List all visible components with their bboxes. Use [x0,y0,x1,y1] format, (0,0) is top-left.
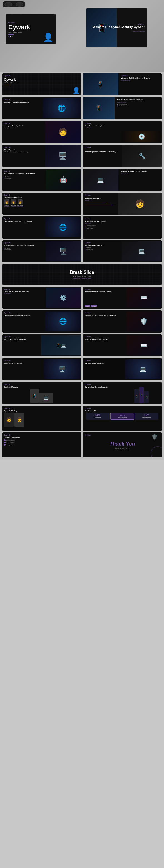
contact-phone: +1 234 567 890 [4,442,80,443]
slide-8-image: 🔧 [122,145,162,167]
avatar-2: 👩 [11,199,16,205]
plan-standard-price: $699 [112,414,133,417]
row-6: Cywark Professional Our Team 🧑 John Doe … [2,192,162,215]
slide-12-title: Geranda Schmidt [84,197,116,199]
thank-you-content: Thank You Cyber Security Cywark [83,432,162,458]
team-member-3: 🧑 Bob Wilson Network Admin [17,199,23,207]
slide-card-29: Cywark Contact Information info@cywark.c… [2,432,81,458]
slide-card-22: Cywark Secure Your Important Data 📱 💻 [2,334,81,356]
slide-6-subtitle: Your Title Here [84,127,160,128]
slide-card-6: Cywark Data Defense Strategies Your Titl… [83,121,162,143]
slide-21-image: 🛡️ [127,312,161,332]
slide-25-title: Our Best Mockup [4,386,80,388]
slide-card-20: Cywark Our Operational Cywark Security 🌐 [2,310,81,333]
slide-16-image: 💻 [122,241,161,261]
slide-23-title: Rapid Action Minimal Damage [84,338,126,341]
slide-card-10: Cywark 💻 Staying Ahead Of Cyber Threats … [83,169,162,191]
tablet-mockup: 📱 [30,389,38,403]
slide-2-logo-right: Cywark [121,75,161,76]
slide-card-19: Cywark Managed Cywark Security Service ⌨… [83,286,162,309]
slide-2-subtitle: Expand Properties [121,80,161,81]
slide-card-8: Cywark 🔧 Protecting Your Data Is Our Top… [83,145,162,167]
slide-21-title: Preserving Your Cywark Important Data [84,315,126,317]
team-row: 🧑 John Doe Security Expert 👩 Jane Smith … [4,199,80,207]
slide-9-title: We Prioritize The Security Of Your Data [4,173,46,175]
slide-10-content: Staying Ahead Of Cyber Threats Cyber Sec… [121,170,161,175]
slide-card-26: Cywark Our Mockup Cywark Security 📱 📱 📱 [83,382,162,404]
grid-overlay-1 [2,73,81,95]
slide-4-content: Cloud Cywark Security Solution Expand Pr… [117,99,161,107]
break-name: All Strategist Geranda Schmidt [73,278,91,279]
plan-premium: $999 Premium Plan [135,413,159,420]
plan-basic: $499 Basic Plan [86,413,110,420]
slide-13-title: Our Service Cyber Security Cywark [4,220,46,223]
pricing-plans: $499 Basic Plan $699 Standard Plan $999 … [84,413,160,420]
slide-27-logo: Cywark [4,407,80,409]
plan-premium-name: Premium Plan [136,416,157,418]
slide-2-image: 📱 [83,73,118,95]
slide-card-21: Cywark Preserving Your Cywark Important … [83,310,162,333]
row-15: Cywark Contact Information info@cywark.c… [2,432,162,458]
slide-6-image: 💿 [122,131,161,142]
slide-card-14: Cywark Why Cyber Security Cywark Cyber D… [83,216,162,239]
hero-title-left: Cywark [8,24,30,31]
role-3: Network Admin [17,206,23,207]
bridge [13,4,15,5]
slide-14-subtitle: Cyber Details [84,222,160,224]
slide-22-image: 📱 💻 [41,335,81,355]
role-2: Data Analyst [10,206,16,207]
slide-4-subtitle: Expand Properties [117,101,161,103]
avatar-3: 🧑 [18,199,23,205]
team-member-2: 👩 Jane Smith Data Analyst [10,199,16,207]
slide-20-title: Our Operational Cywark Security [4,315,46,317]
row-3: Cywark Managed Security Service Security… [2,121,162,143]
slide-card-11: Cywark Professional Our Team 🧑 John Doe … [2,192,81,215]
phone-label: +1 234 567 890 [6,442,14,443]
hero-dots [8,35,30,37]
slide-13-image: 🌐 [45,217,81,238]
phone-icon [4,442,5,443]
email-icon [4,439,5,441]
slide-card-18: Cywark Data Defense Network Security You… [2,286,81,309]
hero-slide-left: Cywark Cywark Cyber Security Digital 👤 [5,14,56,44]
slide-4-title: Cloud Cywark Security Solution [117,99,161,101]
deco-shield: 🛡️ [152,434,158,440]
row-8: Cywark Your Business Data Security Solut… [2,240,162,262]
progress-3 [84,205,116,205]
slide-card-13: Cywark Our Service Cyber Security Cywark… [2,216,81,239]
slide-11-logo: Cywark [4,194,80,196]
slide-6-logo: Cywark [84,123,160,124]
slide-26-title: Our Mockup Cywark Security [84,386,118,389]
slide-12-image: 🧑 [118,192,162,215]
hero-accent-line [8,34,14,35]
person-mockup-2: 👩 [15,413,24,427]
slide-24-title: Our Best Cyber Security [4,362,46,365]
break-slide: Break Slide All Strategies Security Desi… [2,264,162,285]
slide-card-2: Cywark 📱 Cywark Welcome To Cyber Securit… [83,73,162,95]
slide-card-1: Cywark Cywark Cyber Security Infrastruct… [2,73,81,95]
slide-10-subtitle: Cyber Security [121,173,161,175]
progress-fill-2 [84,204,105,204]
slide-card-4: Cywark 📱 Cloud Cywark Security Solution … [83,97,162,119]
plan-basic-name: Basic Plan [87,416,108,418]
row-13: Cywark Our Best Mockup 📱 💻 Cywark Our Mo… [2,382,162,404]
hero-section: Cywark Cywark Cyber Security Digital 👤 📱… [0,0,164,72]
slide-23-image: ⌨️ [127,335,161,355]
slide-card-24: Cywark Our Best Cyber Security 🖥️ [2,358,81,380]
progress-fill-3 [84,205,113,205]
bullet-2: Data Protection [117,105,161,107]
email-label: info@cywark.com [6,440,15,441]
row-11: Cywark Secure Your Important Data 📱 💻 Cy… [2,334,162,356]
plan-basic-price: $499 [87,414,108,416]
slide-8-content: Protecting Your Data Is Our Top Priority [84,148,121,153]
contact-email: info@cywark.com [4,439,80,441]
slide-1-image: 👤 [73,87,80,94]
row-5: Cywark We Prioritize The Security Of You… [2,169,162,191]
slide-5-title: Managed Security Service [4,125,46,127]
contact-list: info@cywark.com +1 234 567 890 www.cywar… [4,439,80,445]
slide-9-image: 🤖 [46,170,81,190]
slide-card-12: Cywark 🧑 Geranda Schmidt CEO & Founder [83,192,162,215]
hero-subtitle-left: Cyber Security Digital [8,31,30,33]
lens-right [16,2,23,7]
slide-10-title: Staying Ahead Of Cyber Threats [121,170,161,173]
